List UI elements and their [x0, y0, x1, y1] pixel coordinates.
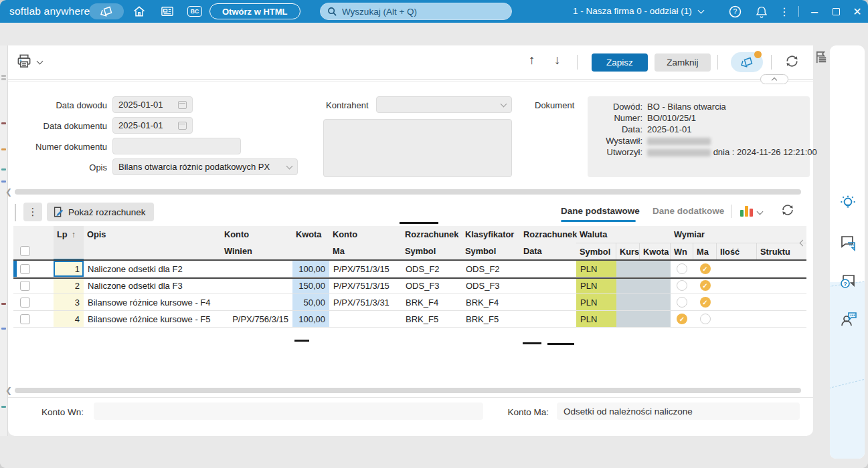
- scrollbar-thumb[interactable]: [15, 189, 801, 195]
- table-row[interactable]: 1Naliczone odsetki dla F2100,00P/PX/751/…: [13, 261, 806, 277]
- header-waluta-kwota[interactable]: Kwota: [640, 243, 671, 261]
- header-opis[interactable]: Opis: [84, 226, 221, 261]
- notifications-button[interactable]: [754, 4, 770, 19]
- wn-unchecked-icon[interactable]: [677, 280, 687, 291]
- header-wn[interactable]: Wn: [671, 243, 693, 261]
- show-settlement-button[interactable]: Pokaż rozrachunek: [47, 203, 154, 221]
- data-dowodu-input[interactable]: 2025-01-01: [112, 96, 193, 113]
- kurs-cell[interactable]: [616, 311, 640, 327]
- wn-cell[interactable]: [671, 261, 693, 277]
- row-select-cell[interactable]: [13, 294, 54, 310]
- header-konto-ma[interactable]: KontoMa: [329, 226, 402, 261]
- rozrachunek-symbol-cell[interactable]: BRK_F5: [402, 311, 462, 327]
- help-button[interactable]: ?: [727, 4, 743, 19]
- search-input[interactable]: [342, 7, 505, 17]
- ma-checked-icon[interactable]: ✓: [700, 297, 711, 308]
- ma-cell[interactable]: ✓: [693, 277, 717, 294]
- opis-cell[interactable]: Naliczone odsetki dla F3: [84, 277, 221, 294]
- waluta-kwota-cell[interactable]: [640, 294, 671, 310]
- waluta-kwota-cell[interactable]: [640, 311, 671, 327]
- ilosc-cell[interactable]: [717, 294, 757, 310]
- ilosc-cell[interactable]: [717, 261, 757, 277]
- related-views-button[interactable]: [731, 52, 763, 72]
- struktura-cell[interactable]: [757, 294, 806, 310]
- waluta-kwota-cell[interactable]: [640, 261, 671, 277]
- columns-scroll-icon[interactable]: [800, 236, 805, 248]
- lp-cell[interactable]: 3: [54, 294, 84, 310]
- ma-checked-icon[interactable]: ✓: [700, 263, 711, 274]
- waluta-symbol-cell[interactable]: PLN: [576, 277, 616, 294]
- header-rozrachunek-symbol[interactable]: RozrachunekSymbol: [402, 226, 462, 261]
- klasyfikator-symbol-cell[interactable]: BRK_F4: [462, 294, 520, 310]
- kwota-cell[interactable]: 100,00: [292, 261, 329, 277]
- wn-cell[interactable]: [671, 294, 693, 310]
- open-in-html-button[interactable]: Otwórz w HTML: [209, 3, 300, 19]
- tab-dane-podstawowe[interactable]: Dane podstawowe: [561, 206, 640, 216]
- scrollbar-thumb[interactable]: [15, 388, 801, 393]
- konto-ma-cell[interactable]: P/PX/751/3/15: [329, 261, 402, 277]
- grid-menu-button[interactable]: ⋮: [23, 203, 42, 221]
- grid-hscrollbar-bottom[interactable]: ❮: [5, 387, 806, 395]
- wn-cell[interactable]: [671, 277, 693, 294]
- table-row[interactable]: 3Bilansowe różnice kursowe - F450,00P/PX…: [13, 294, 806, 311]
- header-struktura[interactable]: Struktu: [757, 243, 806, 261]
- wn-unchecked-icon[interactable]: [677, 263, 687, 274]
- close-document-button[interactable]: Zamknij: [655, 53, 711, 72]
- save-button[interactable]: Zapisz: [592, 53, 648, 72]
- ma-cell[interactable]: ✓: [693, 294, 717, 310]
- global-search[interactable]: [320, 3, 512, 20]
- konto-winien-cell[interactable]: [221, 294, 292, 310]
- klasyfikator-symbol-cell[interactable]: BRK_F5: [462, 311, 520, 327]
- opis-cell[interactable]: Bilansowe różnice kursowe - F4: [84, 294, 221, 310]
- numer-dokumentu-input[interactable]: [112, 138, 241, 154]
- kwota-cell[interactable]: 100,00: [292, 311, 329, 327]
- row-select-cell[interactable]: [13, 261, 54, 277]
- struktura-cell[interactable]: [757, 261, 806, 277]
- header-ma[interactable]: Ma: [693, 243, 717, 261]
- header-group-wymiar[interactable]: Wymiar: [671, 226, 806, 243]
- opis-select[interactable]: Bilans otwarcia różnic podatkowych PX: [112, 158, 298, 175]
- rozrachunek-data-cell[interactable]: [520, 261, 576, 277]
- kurs-cell[interactable]: [616, 294, 640, 310]
- close-button[interactable]: ✕: [847, 0, 867, 23]
- wn-checked-icon[interactable]: ✓: [677, 314, 687, 324]
- contact-support-button[interactable]: [839, 310, 857, 327]
- konto-winien-cell[interactable]: P/PX/756/3/15: [221, 311, 292, 327]
- calendar-icon[interactable]: [178, 122, 187, 130]
- ma-unchecked-icon[interactable]: [700, 314, 711, 324]
- kurs-cell[interactable]: [616, 277, 640, 294]
- kwota-cell[interactable]: 50,00: [292, 294, 329, 310]
- app-switcher-button[interactable]: [89, 3, 124, 19]
- bc-button[interactable]: BC: [186, 4, 203, 19]
- scroll-left-icon[interactable]: ❮: [5, 187, 12, 197]
- row-select-cell[interactable]: [13, 277, 54, 294]
- waluta-kwota-cell[interactable]: [640, 277, 671, 294]
- hints-button[interactable]: [839, 194, 857, 211]
- tab-dane-dodatkowe[interactable]: Dane dodatkowe: [653, 206, 724, 216]
- klasyfikator-symbol-cell[interactable]: ODS_F2: [462, 261, 520, 277]
- company-selector[interactable]: 1 - Nasza firma 0 - oddział (1): [573, 6, 703, 16]
- scroll-left-icon[interactable]: ❮: [5, 386, 12, 395]
- more-menu-button[interactable]: ⋮: [776, 4, 792, 19]
- rozrachunek-data-cell[interactable]: [520, 294, 576, 310]
- header-rozrachunek-data[interactable]: RozrachunekData: [520, 226, 576, 261]
- grid-hscrollbar-top[interactable]: ❮: [5, 189, 806, 197]
- chart-view-button[interactable]: [740, 205, 762, 217]
- opis-cell[interactable]: Naliczone odsetki dla F2: [84, 261, 221, 277]
- header-kwota[interactable]: Kwota: [292, 226, 329, 261]
- rozrachunek-data-cell[interactable]: [520, 277, 576, 294]
- header-kurs[interactable]: Kurs: [616, 243, 640, 261]
- print-button[interactable]: [16, 53, 42, 69]
- data-dokumentu-input[interactable]: 2025-01-01: [112, 117, 193, 134]
- klasyfikator-symbol-cell[interactable]: ODS_F3: [462, 277, 520, 294]
- struktura-cell[interactable]: [757, 277, 806, 294]
- waluta-symbol-cell[interactable]: PLN: [576, 294, 616, 310]
- header-lp[interactable]: Lp↑: [54, 226, 84, 261]
- konto-ma-field[interactable]: Odsetki od należności naliczone: [557, 402, 800, 420]
- konto-winien-cell[interactable]: [221, 277, 292, 294]
- rozrachunek-symbol-cell[interactable]: ODS_F3: [402, 277, 462, 294]
- konto-ma-cell[interactable]: P/PX/751/3/31: [329, 294, 402, 310]
- home-button[interactable]: [131, 4, 147, 19]
- refresh-button[interactable]: [784, 53, 800, 70]
- kontrahent-select[interactable]: [376, 96, 512, 113]
